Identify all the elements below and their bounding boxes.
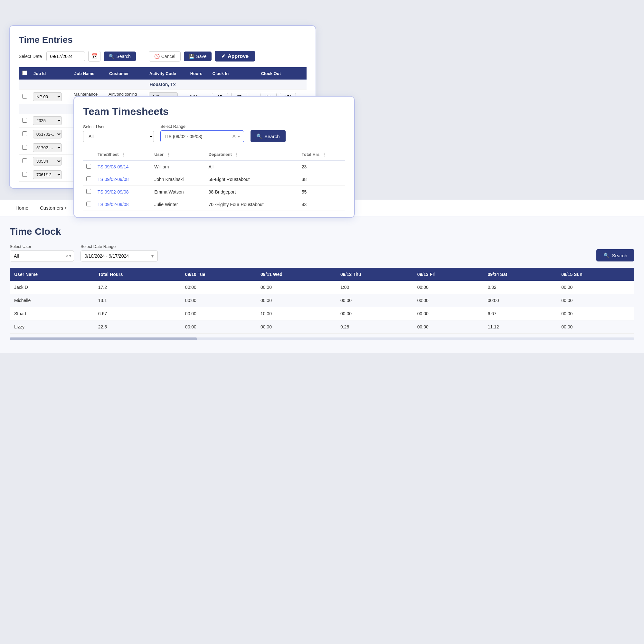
tc-d3-cell: 9.28 bbox=[336, 320, 413, 334]
tc-d3-cell: 1:00 bbox=[336, 281, 413, 294]
tc-d6-cell: 00:00 bbox=[557, 281, 634, 294]
tc-filter-row: Select User All Select Date Range 9/10/2… bbox=[10, 244, 634, 261]
approve-button[interactable]: ✔ Approve bbox=[215, 51, 255, 62]
ts-timesheet-cell[interactable]: TS 09/02-09/08 bbox=[94, 198, 151, 211]
ts-filter-row: Select User All Select Range ITS (09/02 … bbox=[83, 124, 345, 142]
job-id-select[interactable]: 7061/12 bbox=[33, 170, 62, 179]
select-all-checkbox[interactable] bbox=[22, 71, 27, 75]
tc-table-row: Lizzy 22.5 00:00 00:00 9.28 00:00 11.12 … bbox=[10, 320, 634, 334]
search-icon: 🔍 bbox=[109, 54, 114, 59]
col-hours: Hours bbox=[187, 67, 209, 80]
dropdown-arrow-icon: ▾ bbox=[151, 253, 154, 259]
row-checkbox[interactable] bbox=[22, 172, 27, 177]
nav-customers[interactable]: Customers▾ bbox=[34, 200, 72, 216]
tc-d1-cell: 00:00 bbox=[181, 281, 256, 294]
ts-range-clear-button[interactable]: ✕ bbox=[232, 133, 236, 139]
tc-table-row: Michelle 13.1 00:00 00:00 00:00 00:00 00… bbox=[10, 294, 634, 307]
ts-range-filter: Select Range ITS (09/02 - 09/08) ✕ ▾ bbox=[160, 124, 244, 142]
ts-user-select[interactable]: All bbox=[83, 131, 154, 142]
tc-totalhours-cell: 17.2 bbox=[94, 281, 181, 294]
tc-d5-cell: 11.12 bbox=[483, 320, 557, 334]
col-menu-icon[interactable]: ⋮ bbox=[322, 152, 326, 157]
tc-d5-cell: 0.32 bbox=[483, 281, 557, 294]
tc-date-range-input[interactable]: 9/10/2024 - 9/17/2024 ▾ bbox=[81, 251, 158, 261]
tc-username-cell: Jack D bbox=[10, 281, 94, 294]
job-id-select[interactable]: NP 00 bbox=[33, 92, 62, 101]
col-menu-icon[interactable]: ⋮ bbox=[121, 152, 125, 157]
row-checkbox[interactable] bbox=[22, 118, 27, 123]
tc-col-d4: 09/13 Fri bbox=[413, 268, 483, 281]
tc-d2-cell: 00:00 bbox=[256, 320, 336, 334]
ts-timesheet-cell[interactable]: TS 09/08-09/14 bbox=[94, 160, 151, 173]
ts-user-cell: John Krasinski bbox=[151, 173, 205, 186]
ts-timesheet-cell[interactable]: TS 09/02-09/08 bbox=[94, 186, 151, 198]
tc-col-d2: 09/11 Wed bbox=[256, 268, 336, 281]
row-checkbox[interactable] bbox=[22, 145, 27, 150]
row-checkbox[interactable] bbox=[22, 158, 27, 163]
tc-d6-cell: 00:00 bbox=[557, 320, 634, 334]
row-checkbox[interactable] bbox=[22, 94, 27, 99]
tc-d3-cell: 00:00 bbox=[336, 307, 413, 320]
horizontal-scrollbar[interactable] bbox=[10, 337, 634, 340]
ts-range-input-box[interactable]: ITS (09/02 - 09/08) ✕ ▾ bbox=[160, 130, 244, 142]
col-clock-out: Clock Out bbox=[258, 67, 307, 80]
ts-table-row: TS 09/02-09/08 John Krasinski 58-Eight R… bbox=[83, 173, 345, 186]
tc-totalhours-cell: 6.67 bbox=[94, 307, 181, 320]
ts-range-value: ITS (09/02 - 09/08) bbox=[165, 134, 203, 139]
time-clock-body: Time Clock Select User All Select Date R… bbox=[0, 216, 644, 334]
job-id-select[interactable]: 30534 bbox=[33, 157, 62, 166]
team-timesheets-title: Team Timesheets bbox=[83, 106, 345, 118]
ts-totalhrs-cell: 23 bbox=[298, 160, 345, 173]
scroll-thumb[interactable] bbox=[10, 337, 197, 340]
row-checkbox[interactable] bbox=[86, 189, 91, 194]
job-id-select[interactable]: 051702-... bbox=[33, 130, 62, 138]
ts-totalhrs-cell: 38 bbox=[298, 173, 345, 186]
calendar-button[interactable]: 📅 bbox=[88, 51, 100, 62]
location-houston: Houston, Tx bbox=[19, 80, 307, 90]
job-id-select[interactable]: 51702-... bbox=[33, 143, 62, 152]
date-input[interactable] bbox=[46, 52, 85, 61]
search-icon: 🔍 bbox=[603, 252, 610, 258]
time-entries-toolbar: Select Date 📅 🔍 Search 🚫 Cancel 💾 Save ✔… bbox=[19, 51, 307, 62]
row-checkbox[interactable] bbox=[86, 164, 91, 169]
tc-user-select[interactable]: All bbox=[10, 251, 74, 261]
tc-username-cell: Lizzy bbox=[10, 320, 94, 334]
team-timesheets-card: Team Timesheets Select User All Select R… bbox=[74, 97, 354, 217]
row-checkbox[interactable] bbox=[86, 202, 91, 206]
job-id-select[interactable]: 2325 bbox=[33, 116, 62, 125]
search-icon: 🔍 bbox=[256, 133, 262, 139]
ts-range-label: Select Range bbox=[160, 124, 244, 129]
approve-icon: ✔ bbox=[221, 53, 225, 59]
ts-department-cell: All bbox=[205, 160, 298, 173]
tc-d5-cell: 00:00 bbox=[483, 294, 557, 307]
ts-col-department: Department ⋮ bbox=[205, 149, 298, 160]
time-clock-table: User Name Total Hours 09/10 Tue 09/11 We… bbox=[10, 268, 634, 334]
tc-user-select-wrap: All bbox=[10, 251, 74, 261]
tc-d5-cell: 6.67 bbox=[483, 307, 557, 320]
tc-d2-cell: 10:00 bbox=[256, 307, 336, 320]
nav-home[interactable]: Home bbox=[10, 200, 34, 216]
tc-totalhours-cell: 13.1 bbox=[94, 294, 181, 307]
cancel-button[interactable]: 🚫 Cancel bbox=[149, 51, 181, 62]
row-checkbox[interactable] bbox=[22, 131, 27, 136]
tc-d3-cell: 00:00 bbox=[336, 294, 413, 307]
col-menu-icon[interactable]: ⋮ bbox=[234, 152, 238, 157]
tc-date-range-label: Select Date Range bbox=[81, 244, 158, 249]
ts-search-button[interactable]: 🔍 Search bbox=[251, 130, 286, 142]
tc-username-cell: Michelle bbox=[10, 294, 94, 307]
col-menu-icon[interactable]: ⋮ bbox=[166, 152, 170, 157]
ts-timesheet-cell[interactable]: TS 09/02-09/08 bbox=[94, 173, 151, 186]
tc-d4-cell: 00:00 bbox=[413, 320, 483, 334]
row-checkbox[interactable] bbox=[86, 176, 91, 181]
tc-d4-cell: 00:00 bbox=[413, 294, 483, 307]
cancel-icon: 🚫 bbox=[154, 54, 160, 59]
team-timesheets-table: TimeSheet ⋮ User ⋮ Department ⋮ Total Hr… bbox=[83, 149, 345, 211]
ts-table-row: TS 09/02-09/08 Julie Winter 70 -Eighty F… bbox=[83, 198, 345, 211]
search-button[interactable]: 🔍 Search bbox=[104, 52, 136, 61]
tc-d1-cell: 00:00 bbox=[181, 307, 256, 320]
tc-user-filter: Select User All bbox=[10, 244, 74, 261]
tc-col-d6: 09/15 Sun bbox=[557, 268, 634, 281]
save-button[interactable]: 💾 Save bbox=[184, 52, 212, 61]
tc-search-button[interactable]: 🔍 Search bbox=[596, 249, 634, 261]
time-clock-section: Home Customers▾ Proposal Work Orders▾ Sc… bbox=[0, 200, 644, 353]
